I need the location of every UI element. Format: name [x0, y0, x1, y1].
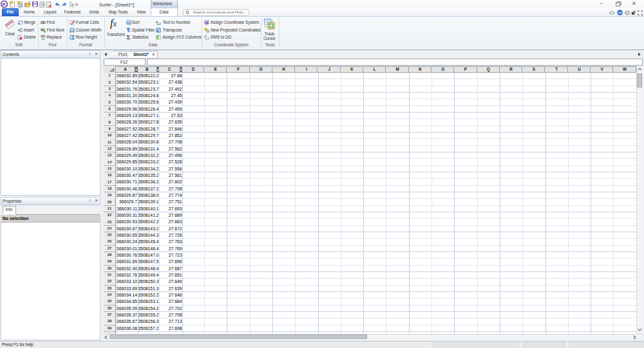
svg-text:x: x — [272, 19, 273, 22]
svg-text:y: y — [265, 24, 266, 28]
svg-text:2: 2 — [159, 22, 161, 25]
svg-text:a: a — [127, 21, 129, 24]
svg-text:a: a — [156, 20, 158, 24]
svg-text:1.5: 1.5 — [205, 37, 209, 40]
